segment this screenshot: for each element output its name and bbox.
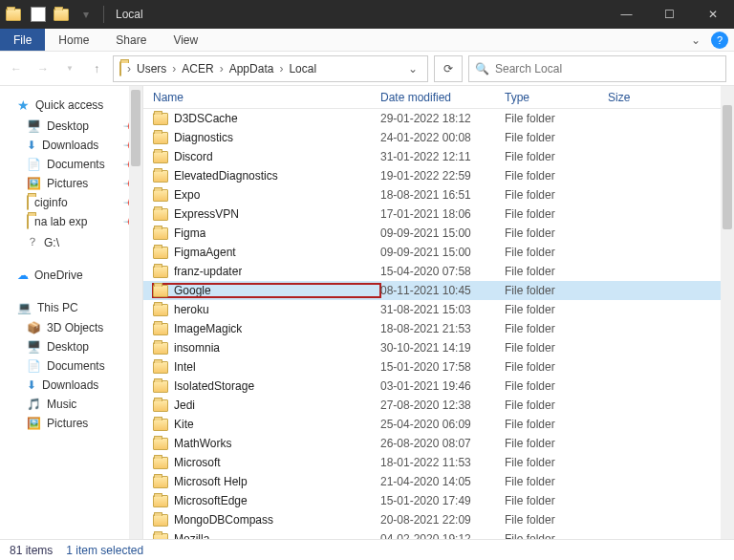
file-row[interactable]: MathWorks26-08-2020 08:07File folder [143, 434, 721, 453]
breadcrumb-segment[interactable]: AppData [226, 62, 278, 75]
sidebar-item[interactable]: ciginfo📌 [0, 193, 142, 212]
file-row[interactable]: Intel15-01-2020 17:58File folder [143, 357, 721, 377]
chevron-right-icon[interactable]: › [277, 62, 285, 75]
tab-share[interactable]: Share [102, 29, 160, 51]
close-button[interactable]: ✕ [691, 0, 734, 29]
file-date: 18-01-2022 11:53 [380, 456, 505, 469]
sidebar-item[interactable]: 📄Documents📌 [0, 155, 142, 174]
sidebar-item[interactable]: 📦3D Objects [0, 318, 142, 337]
sidebar-item[interactable]: na lab exp📌 [0, 212, 142, 231]
file-row[interactable]: heroku31-08-2021 15:03File folder [143, 300, 721, 319]
tab-home[interactable]: Home [45, 29, 102, 51]
dropdown-icon[interactable]: ▾ [75, 3, 97, 26]
chevron-right-icon[interactable]: › [125, 62, 133, 75]
file-menu[interactable]: File [0, 29, 45, 51]
breadcrumb-segment[interactable]: Local [285, 62, 320, 75]
file-row[interactable]: franz-updater15-04-2020 07:58File folder [143, 262, 721, 281]
column-date[interactable]: Date modified [380, 91, 505, 104]
tab-view[interactable]: View [160, 29, 211, 51]
sidebar-item[interactable]: 📄Documents [0, 356, 142, 376]
maximize-button[interactable]: ☐ [648, 0, 691, 29]
sidebar-item[interactable]: 🖥️Desktop📌 [0, 117, 142, 136]
sidebar-item[interactable]: 🖼️Pictures📌 [0, 174, 142, 193]
file-row[interactable]: Expo18-08-2021 16:51File folder [143, 185, 721, 205]
search-box[interactable]: 🔍 [468, 55, 726, 82]
chevron-right-icon[interactable]: › [218, 62, 226, 75]
file-row[interactable]: D3DSCache29-01-2022 18:12File folder [143, 109, 721, 128]
chevron-right-icon[interactable]: › [170, 62, 178, 75]
file-type: File folder [505, 284, 608, 297]
file-date: 15-04-2020 07:58 [380, 265, 505, 278]
file-name: MicrosoftEdge [174, 494, 248, 507]
sidebar-item-label: G:\ [44, 236, 59, 249]
file-row[interactable]: Mozilla04-02-2020 19:12File folder [143, 529, 721, 539]
file-name: Mozilla [174, 532, 209, 539]
file-name: Google [174, 284, 211, 297]
properties-icon[interactable] [31, 7, 46, 22]
file-row[interactable]: IsolatedStorage03-01-2021 19:46File fold… [143, 377, 721, 396]
file-row[interactable]: insomnia30-10-2021 14:19File folder [143, 338, 721, 357]
scrollbar-thumb[interactable] [131, 90, 140, 166]
folder-icon [153, 438, 168, 450]
sidebar-item[interactable]: ？G:\ [0, 231, 142, 253]
onedrive-group[interactable]: ☁ OneDrive [0, 265, 142, 286]
folder-icon [153, 285, 168, 297]
file-list-pane: Name Date modified Type Size D3DSCache29… [143, 86, 734, 539]
file-name: Figma [174, 226, 205, 240]
file-name: insomnia [174, 341, 220, 355]
column-name[interactable]: Name [153, 91, 380, 104]
file-row[interactable]: FigmaAgent09-09-2021 15:00File folder [143, 243, 721, 262]
search-input[interactable] [495, 62, 720, 75]
help-icon[interactable]: ? [711, 32, 728, 49]
minimize-button[interactable]: — [605, 0, 648, 29]
breadcrumb-segment[interactable]: Users [133, 62, 170, 75]
column-type[interactable]: Type [505, 91, 608, 104]
ribbon-expand-icon[interactable]: ⌄ [684, 29, 707, 51]
sidebar-item[interactable]: 🎵Music [0, 395, 142, 414]
file-row[interactable]: Microsoft18-01-2022 11:53File folder [143, 453, 721, 472]
file-row[interactable]: Discord31-01-2022 12:11File folder [143, 147, 721, 166]
file-name: MongoDBCompass [174, 513, 273, 527]
up-button[interactable]: ↑ [86, 58, 107, 79]
file-row[interactable]: MongoDBCompass20-08-2021 22:09File folde… [143, 510, 721, 529]
file-row[interactable]: Microsoft Help21-04-2020 14:05File folde… [143, 472, 721, 491]
file-type: File folder [505, 265, 608, 278]
folder-icon [153, 151, 168, 163]
breadcrumb-segment[interactable]: ACER [178, 62, 217, 75]
back-button[interactable]: ← [6, 58, 27, 79]
sidebar-item[interactable]: ⬇Downloads📌 [0, 136, 142, 155]
selection-count: 1 item selected [66, 544, 143, 557]
recent-locations-icon[interactable]: ▼ [59, 58, 80, 79]
address-dropdown-icon[interactable]: ⌄ [402, 62, 423, 75]
this-pc-group[interactable]: 💻 This PC [0, 297, 142, 318]
file-row[interactable]: ExpressVPN17-01-2021 18:06File folder [143, 205, 721, 224]
column-headers[interactable]: Name Date modified Type Size [143, 86, 734, 109]
folder-icon [153, 514, 168, 527]
sidebar-item[interactable]: ⬇Downloads [0, 376, 142, 395]
file-row[interactable]: ElevatedDiagnostics19-01-2022 22:59File … [143, 166, 721, 185]
address-bar[interactable]: › Users › ACER › AppData › Local ⌄ [113, 55, 428, 82]
forward-button[interactable]: → [32, 58, 54, 79]
file-row[interactable]: Kite25-04-2020 06:09File folder [143, 415, 721, 434]
file-name: Jedi [174, 398, 195, 412]
file-name: Microsoft Help [174, 475, 248, 488]
file-row[interactable]: Jedi27-08-2020 12:38File folder [143, 396, 721, 415]
quick-access-group[interactable]: ★ Quick access [0, 94, 142, 117]
sidebar-item[interactable]: 🖼️Pictures [0, 414, 142, 433]
nav-scrollbar[interactable] [129, 86, 142, 539]
sidebar-item[interactable]: 🖥️Desktop [0, 337, 142, 356]
file-row[interactable]: Figma09-09-2021 15:00File folder [143, 224, 721, 243]
navigation-pane[interactable]: ★ Quick access 🖥️Desktop📌⬇Downloads📌📄Doc… [0, 86, 143, 539]
file-row[interactable]: Google08-11-2021 10:45File folder [143, 281, 721, 300]
file-row[interactable]: MicrosoftEdge15-01-2020 17:49File folder [143, 491, 721, 510]
column-size[interactable]: Size [608, 91, 684, 104]
sidebar-item-label: 3D Objects [47, 321, 103, 334]
refresh-button[interactable]: ⟳ [434, 55, 463, 82]
folder-icon [27, 196, 29, 209]
file-row[interactable]: Diagnostics24-01-2022 00:08File folder [143, 128, 721, 147]
file-row[interactable]: ImageMagick18-08-2021 21:53File folder [143, 319, 721, 338]
file-type: File folder [505, 532, 608, 539]
scrollbar-thumb[interactable] [723, 105, 732, 229]
content-scrollbar[interactable] [721, 86, 734, 539]
documents-icon: 📄 [27, 158, 41, 171]
